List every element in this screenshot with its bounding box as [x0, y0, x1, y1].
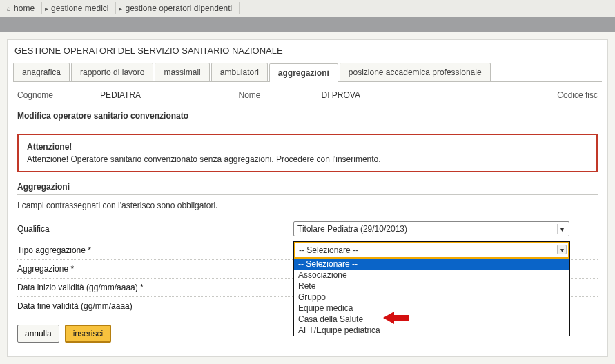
breadcrumb-gestione-operatori[interactable]: ▸ gestione operatori dipendenti: [116, 2, 240, 14]
dropdown-item-gruppo[interactable]: Gruppo: [294, 292, 569, 303]
breadcrumb-home-label: home: [14, 3, 35, 13]
codice-fiscale-label: Codice fisc: [460, 90, 598, 100]
main-panel: GESTIONE OPERATORI DEL SERVIZIO SANITARI…: [7, 39, 608, 357]
tab-ambulatori[interactable]: ambulatori: [211, 63, 268, 81]
qualifica-selected: Titolare Pediatra (29/10/2013): [297, 224, 407, 234]
alert-box: Attenzione! Attenzione! Operatore sanita…: [17, 134, 598, 172]
qualifica-select[interactable]: Titolare Pediatra (29/10/2013) ▾: [293, 221, 569, 236]
dropdown-item-selezionare[interactable]: -- Selezionare --: [294, 259, 569, 270]
dropdown-item-casa-salute[interactable]: Casa della Salute: [294, 314, 569, 325]
aggregazione-label: Aggregazione *: [17, 264, 293, 274]
breadcrumb-item-label: gestione medici: [51, 3, 108, 13]
tipo-aggregazione-dropdown: -- Selezionare -- ▾ -- Selezionare -- As…: [293, 241, 570, 336]
form-row-qualifica: Qualifica Titolare Pediatra (29/10/2013)…: [17, 217, 598, 241]
cognome-label: Cognome: [17, 90, 100, 100]
panel-title: GESTIONE OPERATORI DEL SERVIZIO SANITARI…: [8, 40, 607, 63]
dropdown-item-equipe-medica[interactable]: Equipe medica: [294, 303, 569, 314]
tab-posizione[interactable]: posizione accademica professionale: [340, 63, 491, 81]
tab-bar: anagrafica rapporto di lavoro massimali …: [8, 63, 607, 81]
cognome-value: PEDIATRA: [100, 90, 238, 100]
dropdown-item-aft-equipe-pediatrica[interactable]: AFT/Equipe pediatrica: [294, 325, 569, 336]
chevron-right-icon: ▸: [119, 5, 122, 12]
group-heading: Aggregazioni: [17, 182, 598, 195]
breadcrumb-home[interactable]: ⌂ home: [4, 2, 42, 14]
chevron-down-icon: ▾: [557, 224, 567, 234]
breadcrumb-item-label: gestione operatori dipendenti: [125, 3, 232, 13]
tab-rapporto[interactable]: rapporto di lavoro: [71, 63, 153, 81]
operator-info-row: Cognome PEDIATRA Nome DI PROVA Codice fi…: [17, 88, 598, 107]
annulla-button[interactable]: annulla: [17, 325, 59, 343]
form-row-tipo-aggregazione: Tipo aggregazione * -- Selezionare -- ▾ …: [17, 241, 598, 260]
tab-massimali[interactable]: massimali: [155, 63, 209, 81]
tab-aggregazioni[interactable]: aggregazioni: [269, 63, 338, 82]
tipo-aggregazione-select[interactable]: -- Selezionare -- ▾: [294, 242, 569, 259]
breadcrumb-gestione-medici[interactable]: ▸ gestione medici: [42, 2, 116, 14]
chevron-right-icon: ▸: [45, 5, 48, 12]
dropdown-item-rete[interactable]: Rete: [294, 281, 569, 292]
tab-anagrafica[interactable]: anagrafica: [13, 63, 70, 81]
nome-label: Nome: [239, 90, 322, 100]
inserisci-button[interactable]: inserisci: [65, 325, 111, 343]
home-icon: ⌂: [7, 5, 11, 12]
tab-content: Cognome PEDIATRA Nome DI PROVA Codice fi…: [13, 81, 602, 351]
alert-title: Attenzione!: [27, 142, 588, 152]
section-title: Modifica operatore sanitario convenziona…: [17, 107, 598, 128]
breadcrumb: ⌂ home ▸ gestione medici ▸ gestione oper…: [0, 0, 615, 17]
data-inizio-label: Data inizio validità (gg/mm/aaaa) *: [17, 283, 293, 292]
alert-body: Attenzione! Operatore sanitario convenzi…: [27, 154, 588, 164]
dropdown-list: -- Selezionare -- Associazione Rete Grup…: [294, 259, 569, 336]
qualifica-label: Qualifica: [17, 224, 293, 234]
tipo-aggregazione-selected: -- Selezionare --: [299, 245, 358, 255]
required-note: I campi contrassegnati con l'asterisco s…: [17, 201, 598, 217]
nome-value: DI PROVA: [322, 90, 460, 100]
data-fine-label: Data fine validità (gg/mm/aaaa): [17, 301, 293, 311]
chevron-down-icon: ▾: [557, 245, 567, 254]
tipo-aggregazione-label: Tipo aggregazione *: [17, 245, 293, 255]
dropdown-item-associazione[interactable]: Associazione: [294, 270, 569, 281]
header-divider: [0, 17, 615, 32]
